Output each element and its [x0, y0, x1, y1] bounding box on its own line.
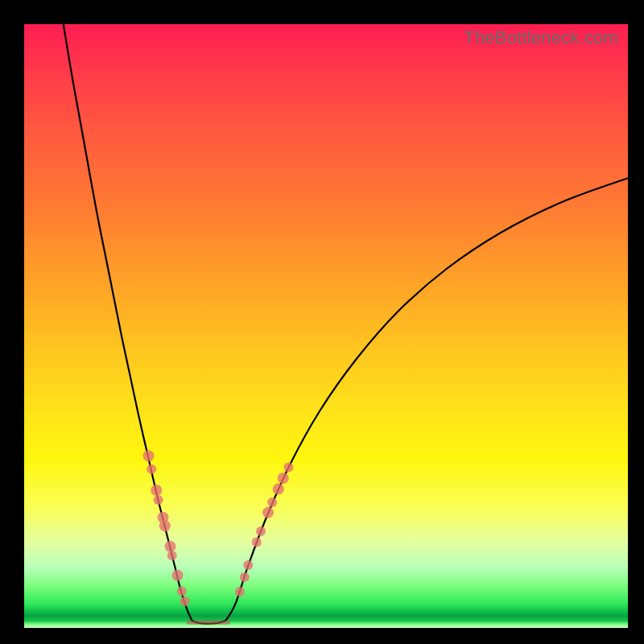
data-marker — [256, 526, 266, 536]
data-marker — [267, 497, 277, 507]
data-marker — [172, 570, 184, 581]
data-marker — [273, 484, 284, 495]
markers-right-cluster — [235, 463, 294, 597]
data-marker — [159, 520, 171, 531]
data-marker — [262, 507, 274, 518]
data-marker — [252, 538, 262, 547]
data-marker — [177, 586, 187, 596]
curve-left-branch — [64, 24, 192, 621]
data-marker — [167, 551, 177, 560]
data-marker — [278, 473, 289, 484]
data-marker — [284, 463, 294, 473]
chart-overlay — [24, 24, 628, 628]
data-marker — [154, 495, 163, 505]
data-marker — [143, 450, 155, 461]
data-marker — [235, 587, 245, 597]
plot-area: TheBottleneck.com — [24, 24, 628, 628]
chart-frame: TheBottleneck.com — [0, 0, 644, 644]
data-marker — [165, 541, 176, 552]
data-marker — [240, 572, 250, 582]
data-marker — [243, 560, 253, 570]
curve-right-branch — [226, 178, 629, 621]
markers-left-cluster — [143, 450, 190, 606]
data-marker — [151, 485, 162, 496]
data-marker — [147, 464, 156, 474]
data-marker — [180, 597, 190, 606]
